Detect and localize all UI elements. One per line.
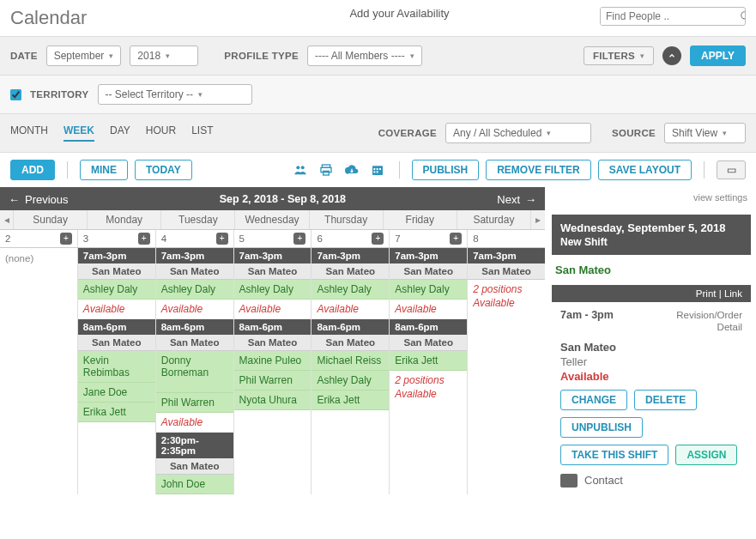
shift-person[interactable]: Ashley Daly	[390, 280, 467, 300]
change-button[interactable]: CHANGE	[560, 390, 627, 410]
shift-person[interactable]: Ashley Daly	[78, 280, 155, 300]
unpublish-button[interactable]: UNPUBLISH	[560, 417, 643, 438]
add-shift-icon[interactable]: +	[450, 233, 462, 245]
link-link[interactable]: Link	[724, 288, 742, 299]
shift-person[interactable]: Donny Borneman	[156, 351, 233, 393]
available-slot[interactable]: Available	[234, 300, 311, 319]
profile-type-select[interactable]: ---- All Members ----▾	[307, 45, 422, 66]
apply-button[interactable]: APPLY	[690, 45, 746, 66]
shift-person[interactable]: Phil Warren	[156, 393, 233, 413]
collapse-toggle-icon[interactable]	[662, 46, 681, 65]
view-settings-link[interactable]: view settings	[552, 187, 751, 208]
year-select[interactable]: 2018▾	[130, 45, 198, 66]
people-icon[interactable]	[291, 160, 310, 179]
shift-location: San Mateo	[234, 263, 311, 280]
day-number: 6	[317, 233, 322, 244]
svg-rect-10	[379, 168, 381, 170]
available-slot[interactable]: Available	[390, 300, 467, 319]
shift-location: San Mateo	[156, 458, 233, 475]
detail-location-link[interactable]: San Mateo	[552, 255, 751, 285]
search-input[interactable]	[601, 8, 740, 25]
next-week-button[interactable]: Next →	[488, 193, 545, 206]
tab-hour[interactable]: HOUR	[146, 124, 176, 142]
search-icon[interactable]	[740, 8, 746, 25]
coverage-select[interactable]: Any / All Scheduled▾	[445, 123, 591, 143]
add-shift-icon[interactable]: +	[138, 233, 150, 245]
shift-person[interactable]: Ashley Daly	[234, 280, 311, 300]
territory-checkbox[interactable]	[10, 89, 21, 100]
remove-filter-button[interactable]: REMOVE FILTER	[486, 160, 590, 180]
grid-view-icon[interactable]: ▭	[717, 160, 746, 179]
shift-location: San Mateo	[311, 335, 389, 351]
tab-week[interactable]: WEEK	[64, 124, 94, 142]
shift-person[interactable]: Erika Jett	[311, 391, 389, 410]
source-select[interactable]: Shift View▾	[664, 123, 746, 143]
shift-person[interactable]: John Doe	[156, 475, 233, 494]
shift-person[interactable]: Jane Doe	[78, 383, 155, 403]
tab-day[interactable]: DAY	[110, 124, 130, 142]
scroll-right-icon[interactable]: ▸	[531, 210, 545, 229]
shift-person[interactable]: Maxine Puleo	[234, 351, 311, 371]
email-icon[interactable]	[560, 474, 578, 488]
contact-link[interactable]: Contact	[584, 474, 623, 487]
assign-button[interactable]: ASSIGN	[675, 445, 737, 465]
download-icon[interactable]	[342, 160, 361, 179]
shift-person[interactable]: Kevin Rebimbas	[78, 351, 155, 383]
mine-button[interactable]: MINE	[80, 160, 128, 180]
shift-location: San Mateo	[390, 263, 467, 280]
available-slot[interactable]: Available	[78, 300, 155, 319]
print-link[interactable]: Print	[696, 288, 717, 299]
chevron-down-icon: ▾	[410, 51, 414, 60]
save-layout-button[interactable]: SAVE LAYOUT	[598, 160, 692, 180]
scroll-left-icon[interactable]: ◂	[0, 210, 14, 229]
shift-person[interactable]: Ashley Daly	[311, 280, 389, 300]
month-select[interactable]: September▾	[46, 45, 122, 66]
day-header: Monday	[88, 210, 161, 229]
svg-point-2	[296, 166, 299, 169]
shift-person[interactable]: Michael Reiss	[311, 351, 389, 371]
available-slot[interactable]: Available	[156, 413, 233, 433]
date-range: Sep 2, 2018 - Sep 8, 2018	[77, 193, 489, 205]
shift-time: 8am-6pm	[234, 319, 311, 335]
available-slot[interactable]: Available	[311, 300, 389, 319]
shift-person[interactable]: Erika Jett	[390, 351, 467, 371]
publish-button[interactable]: PUBLISH	[412, 160, 480, 180]
coverage-label: COVERAGE	[378, 128, 437, 138]
positions-available[interactable]: 2 positionsAvailable	[468, 280, 545, 312]
add-shift-icon[interactable]: +	[372, 233, 384, 245]
detail-new-shift: New Shift	[560, 236, 742, 248]
shift-location: San Mateo	[311, 263, 389, 280]
add-button[interactable]: ADD	[10, 160, 55, 180]
search-people[interactable]	[600, 7, 746, 26]
calendar-icon[interactable]	[368, 160, 387, 179]
shift-person[interactable]: Nyota Uhura	[234, 391, 311, 410]
shift-person[interactable]: Phil Warren	[234, 371, 311, 391]
revision-link[interactable]: Revision/OrderDetail	[676, 309, 742, 334]
available-slot[interactable]: Available	[156, 300, 233, 319]
territory-select[interactable]: -- Select Territory --▾	[98, 84, 252, 105]
prev-week-button[interactable]: ← Previous	[0, 193, 77, 206]
positions-available[interactable]: 2 positionsAvailable	[390, 371, 467, 403]
shift-time: 7am-3pm	[468, 248, 545, 263]
availability-link[interactable]: Add your Availability	[199, 7, 600, 20]
shift-time: 8am-6pm	[78, 319, 155, 335]
shift-time: 8am-6pm	[390, 319, 467, 335]
filters-dropdown[interactable]: FILTERS▾	[584, 46, 654, 65]
add-shift-icon[interactable]: +	[60, 233, 72, 245]
tab-month[interactable]: MONTH	[10, 124, 48, 142]
view-tabs: MONTH WEEK DAY HOUR LIST	[10, 124, 213, 142]
shift-person[interactable]: Ashley Daly	[311, 371, 389, 391]
detail-role: Teller	[560, 355, 742, 368]
take-shift-button[interactable]: TAKE THIS SHIFT	[560, 445, 668, 465]
today-button[interactable]: TODAY	[135, 160, 192, 180]
detail-date: Wednesday, September 5, 2018	[560, 221, 742, 234]
add-shift-icon[interactable]: +	[293, 233, 305, 245]
shift-person[interactable]: Ashley Daly	[156, 280, 233, 300]
shift-person[interactable]: Erika Jett	[78, 403, 155, 422]
print-icon[interactable]	[317, 160, 336, 179]
arrow-left-icon: ←	[9, 193, 20, 206]
delete-button[interactable]: DELETE	[634, 390, 697, 410]
add-shift-icon[interactable]: +	[216, 233, 228, 245]
tab-list[interactable]: LIST	[191, 124, 213, 142]
day-header: Thursday	[310, 210, 384, 229]
